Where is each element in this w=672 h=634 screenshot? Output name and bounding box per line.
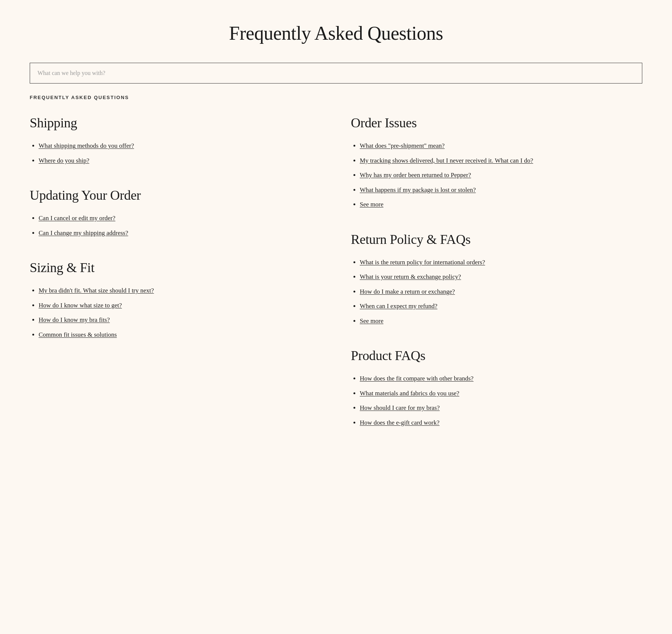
category-title-product-faqs: Product FAQs <box>351 348 642 363</box>
search-wrapper <box>30 63 642 84</box>
faq-link[interactable]: My tracking shows delivered, but I never… <box>360 157 533 164</box>
category-title-updating-order: Updating Your Order <box>30 187 321 203</box>
faq-link[interactable]: What is your return & exchange policy? <box>360 273 461 280</box>
faq-list-order-issues: What does "pre-shipment" mean?My trackin… <box>351 141 642 209</box>
faq-link[interactable]: How does the e-gift card work? <box>360 419 440 426</box>
category-title-order-issues: Order Issues <box>351 115 642 131</box>
list-item: What is your return & exchange policy? <box>360 272 642 282</box>
category-title-return-policy: Return Policy & FAQs <box>351 232 642 247</box>
category-product-faqs: Product FAQsHow does the fit compare wit… <box>351 348 642 427</box>
faq-link[interactable]: See more <box>360 201 384 208</box>
faq-link[interactable]: Common fit issues & solutions <box>39 331 117 338</box>
faq-grid: ShippingWhat shipping methods do you off… <box>30 115 642 450</box>
faq-link[interactable]: How does the fit compare with other bran… <box>360 375 473 382</box>
list-item: Can I change my shipping address? <box>39 228 321 238</box>
section-label: FREQUENTLY ASKED QUESTIONS <box>30 95 642 100</box>
list-item: See more <box>360 316 642 326</box>
faq-link[interactable]: Can I change my shipping address? <box>39 229 128 236</box>
faq-link[interactable]: When can I expect my refund? <box>360 303 437 310</box>
faq-link[interactable]: What shipping methods do you offer? <box>39 142 134 149</box>
faq-link[interactable]: Where do you ship? <box>39 157 89 164</box>
list-item: How do I know my bra fits? <box>39 315 321 325</box>
faq-link[interactable]: How do I know what size to get? <box>39 302 122 309</box>
list-item: What happens if my package is lost or st… <box>360 185 642 195</box>
faq-link[interactable]: What is the return policy for internatio… <box>360 259 485 266</box>
category-updating-order: Updating Your OrderCan I cancel or edit … <box>30 187 321 238</box>
faq-list-updating-order: Can I cancel or edit my order?Can I chan… <box>30 213 321 238</box>
list-item: Can I cancel or edit my order? <box>39 213 321 223</box>
list-item: How does the fit compare with other bran… <box>360 374 642 383</box>
category-sizing-fit: Sizing & FitMy bra didn't fit. What size… <box>30 260 321 339</box>
faq-link[interactable]: How do I know my bra fits? <box>39 316 110 323</box>
list-item: Common fit issues & solutions <box>39 330 321 340</box>
list-item: How does the e-gift card work? <box>360 418 642 428</box>
list-item: Why has my order been returned to Pepper… <box>360 170 642 180</box>
search-input[interactable] <box>30 63 642 84</box>
list-item: How do I make a return or exchange? <box>360 287 642 297</box>
category-title-shipping: Shipping <box>30 115 321 131</box>
list-item: How do I know what size to get? <box>39 301 321 310</box>
faq-link[interactable]: Can I cancel or edit my order? <box>39 215 115 222</box>
faq-link[interactable]: What does "pre-shipment" mean? <box>360 142 445 149</box>
faq-list-return-policy: What is the return policy for internatio… <box>351 258 642 326</box>
faq-list-shipping: What shipping methods do you offer?Where… <box>30 141 321 165</box>
list-item: When can I expect my refund? <box>360 301 642 311</box>
faq-list-product-faqs: How does the fit compare with other bran… <box>351 374 642 427</box>
right-column: Order IssuesWhat does "pre-shipment" mea… <box>351 115 642 450</box>
faq-link[interactable]: How should I care for my bras? <box>360 404 440 411</box>
list-item: What materials and fabrics do you use? <box>360 389 642 398</box>
category-shipping: ShippingWhat shipping methods do you off… <box>30 115 321 165</box>
list-item: My tracking shows delivered, but I never… <box>360 156 642 166</box>
left-column: ShippingWhat shipping methods do you off… <box>30 115 321 450</box>
page-title: Frequently Asked Questions <box>30 0 642 63</box>
category-return-policy: Return Policy & FAQsWhat is the return p… <box>351 232 642 326</box>
list-item: See more <box>360 200 642 209</box>
faq-link[interactable]: Why has my order been returned to Pepper… <box>360 171 471 179</box>
category-title-sizing-fit: Sizing & Fit <box>30 260 321 275</box>
list-item: Where do you ship? <box>39 156 321 166</box>
list-item: What is the return policy for internatio… <box>360 258 642 267</box>
list-item: How should I care for my bras? <box>360 403 642 413</box>
faq-list-sizing-fit: My bra didn't fit. What size should I tr… <box>30 286 321 339</box>
faq-link[interactable]: See more <box>360 317 384 324</box>
faq-link[interactable]: What happens if my package is lost or st… <box>360 186 476 193</box>
category-order-issues: Order IssuesWhat does "pre-shipment" mea… <box>351 115 642 209</box>
list-item: What does "pre-shipment" mean? <box>360 141 642 151</box>
list-item: What shipping methods do you offer? <box>39 141 321 151</box>
faq-link[interactable]: What materials and fabrics do you use? <box>360 390 459 397</box>
faq-link[interactable]: How do I make a return or exchange? <box>360 288 455 295</box>
list-item: My bra didn't fit. What size should I tr… <box>39 286 321 295</box>
faq-link[interactable]: My bra didn't fit. What size should I tr… <box>39 287 154 294</box>
